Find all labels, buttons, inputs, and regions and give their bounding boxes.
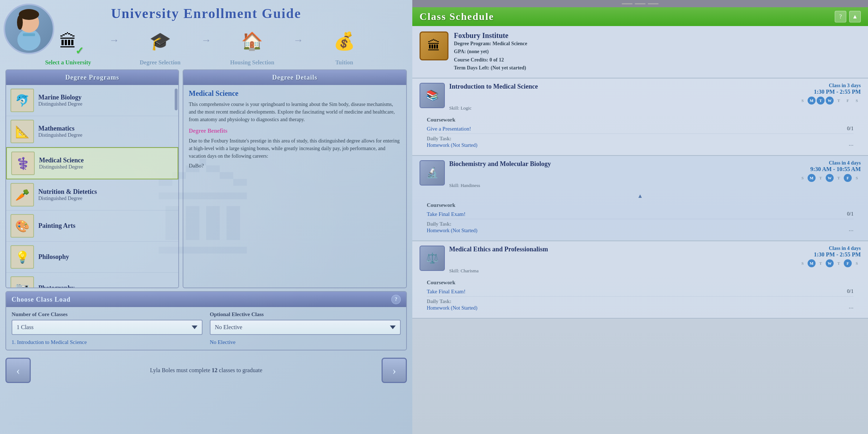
program-painting-arts[interactable]: 🎨 Painting Arts (6, 210, 178, 242)
daily-task-label-3: Daily Task: (427, 299, 854, 305)
university-crest: 🏛 (420, 31, 448, 60)
ethics-day-t1: T (817, 259, 825, 267)
course-intro-days: S M T W T F S (799, 97, 861, 105)
schedule-help-button[interactable]: ? (835, 11, 846, 22)
university-name: Foxbury Institute (454, 31, 861, 40)
term-row: Term Days Left: (Not yet started) (454, 64, 861, 72)
course-biochemistry: 🔬 Biochemistry and Molecular Biology Cla… (412, 156, 868, 241)
biochem-day-t1: T (817, 174, 825, 182)
daily-task-item-3: Homework (Not Started) (427, 305, 477, 311)
ethics-day-s1: S (799, 259, 807, 267)
biochem-day-s2: S (853, 174, 861, 182)
day-w1: W (826, 97, 834, 105)
coursework-label-1: Coursework (427, 117, 854, 123)
main-enrollment-panel: 🏛 University Enrollment Guide 🏛 Select a… (0, 0, 412, 434)
philosophy-icon: 💡 (10, 245, 34, 269)
program-medical-science[interactable]: ⚕️ Medical Science Distinguished Degree (6, 147, 178, 179)
nutrition-type: Distinguished Degree (38, 196, 174, 201)
degree-value: Medical Science (493, 41, 527, 46)
day-f1: F (844, 97, 852, 105)
daily-task-dots-1[interactable]: ··· (849, 142, 854, 149)
degree-program-row: Degree Program: Medical Science (454, 40, 861, 48)
course-intro-time: 1:30 PM - 2:55 PM (799, 89, 861, 95)
ethics-day-w: W (826, 259, 834, 267)
degree-programs-panel: Degree Programs 🐬 Marine Biology Disting… (5, 69, 179, 288)
painting-arts-icon: 🎨 (10, 214, 34, 238)
marine-biology-icon: 🐬 (10, 89, 34, 112)
course-intro-title-row: Introduction to Medical Science Class in… (449, 83, 861, 105)
ethics-day-s2: S (853, 259, 861, 267)
daily-task-dots-3[interactable]: ··· (849, 305, 854, 312)
daily-task-row-1: Homework (Not Started) ··· (427, 142, 854, 149)
course-biochem-skill: Skill: Handiness (449, 183, 861, 188)
term-label: Term Days Left: (454, 65, 489, 71)
painting-arts-name: Painting Arts (38, 222, 174, 230)
daily-task-item-2: Homework (Not Started) (427, 228, 477, 234)
coursework-label-3: Coursework (427, 280, 854, 286)
avatar (4, 4, 54, 54)
day-m1: M (808, 97, 816, 105)
term-value: (Not yet started) (491, 65, 526, 71)
course-intro-coursework-section: Coursework Give a Presentation! 0/1 Dail… (420, 115, 861, 151)
coursework-item-1: Give a Presentation! (427, 126, 471, 132)
course-ethics-coursework-section: Coursework Take Final Exam! 0/1 Daily Ta… (420, 277, 861, 314)
schedule-header: Class Schedule ? ▲ (412, 7, 868, 26)
credits-label: Course Credits: (454, 57, 488, 63)
mathematics-type: Distinguished Degree (38, 132, 174, 138)
top-bar-line-2 (635, 3, 646, 4)
scroll-handle[interactable] (175, 89, 178, 110)
course-intro-main: Introduction to Medical Science Class in… (449, 83, 861, 111)
course-ethics-skill: Skill: Charisma (449, 268, 861, 274)
program-philosophy[interactable]: 💡 Philosophy (6, 242, 178, 273)
coursework-label-2: Coursework (427, 202, 854, 208)
painting-arts-info: Painting Arts (38, 222, 174, 230)
course-biochem-title-row: Biochemistry and Molecular Biology Class… (449, 160, 861, 182)
coursework-row-2: Take Final Exam! 0/1 (427, 210, 854, 219)
housing-icon: 🏠 (236, 25, 268, 58)
program-mathematics[interactable]: 📐 Mathematics Distinguished Degree (6, 116, 178, 147)
schedule-panel: Class Schedule ? ▲ 🏛 Foxbury Institute D… (412, 0, 868, 434)
course-ethics-timing: Class in 4 days 1:30 PM - 2:55 PM S M T … (799, 246, 861, 267)
svg-point-3 (17, 15, 23, 30)
course-ethics-class-in: Class in 4 days (799, 246, 861, 251)
nutrition-info: Nutrition & Dietetics Distinguished Degr… (38, 188, 174, 201)
biochem-day-w: W (826, 174, 834, 182)
coursework-row-3: Take Final Exam! 0/1 (427, 287, 854, 297)
nutrition-icon: 🥕 (10, 183, 34, 207)
course-medical-ethics: ⚖️ Medical Ethics and Professionalism Cl… (412, 241, 868, 319)
tuition-icon: 💰 (328, 25, 361, 58)
course-biochem-icon: 🔬 (420, 160, 445, 186)
program-marine-biology[interactable]: 🐬 Marine Biology Distinguished Degree (6, 85, 178, 116)
course-biochem-name: Biochemistry and Molecular Biology (449, 160, 551, 168)
nutrition-name: Nutrition & Dietetics (38, 188, 174, 196)
program-photography[interactable]: 📷 Photography (6, 273, 178, 288)
schedule-title: Class Schedule (420, 11, 494, 22)
course-intro-header: 📚 Introduction to Medical Science Class … (420, 83, 861, 111)
biochem-day-f: F (844, 174, 852, 182)
degree-label: Degree Program: (454, 41, 491, 46)
medical-science-info: Medical Science Distinguished Degree (39, 157, 173, 170)
course-biochem-main: Biochemistry and Molecular Biology Class… (449, 160, 861, 188)
course-biochem-timing: Class in 4 days 9:30 AM - 10:55 AM S M T… (799, 160, 861, 182)
coursework-count-1: 0/1 (847, 126, 854, 132)
gpa-row: GPA: (none yet) (454, 48, 861, 56)
gpa-label: GPA: (454, 49, 466, 54)
course-ethics-header: ⚖️ Medical Ethics and Professionalism Cl… (420, 246, 861, 274)
ethics-day-t2: T (835, 259, 843, 267)
degree-benefits-text: Due to the Foxbury Institute's prestige … (189, 137, 401, 160)
daily-task-dots-2[interactable]: ··· (849, 227, 854, 235)
course-intro-medical: 📚 Introduction to Medical Science Class … (412, 78, 868, 156)
programs-list: 🐬 Marine Biology Distinguished Degree 📐 … (6, 85, 178, 288)
program-nutrition[interactable]: 🥕 Nutrition & Dietetics Distinguished De… (6, 179, 178, 210)
biochem-day-s1: S (799, 174, 807, 182)
coursework-item-2: Take Final Exam! (427, 211, 465, 217)
schedule-minimize-button[interactable]: ▲ (849, 11, 861, 22)
course-biochem-days: S M T W T F S (799, 174, 861, 182)
coursework-count-2: 0/1 (847, 211, 854, 217)
content-area: Degree Programs 🐬 Marine Biology Disting… (5, 69, 407, 288)
course-ethics-days: S M T W T F S (799, 259, 861, 267)
daily-task-item-1: Homework (Not Started) (427, 142, 477, 148)
course-ethics-title-row: Medical Ethics and Professionalism Class… (449, 246, 861, 267)
mathematics-name: Mathematics (38, 125, 174, 132)
mathematics-info: Mathematics Distinguished Degree (38, 125, 174, 138)
